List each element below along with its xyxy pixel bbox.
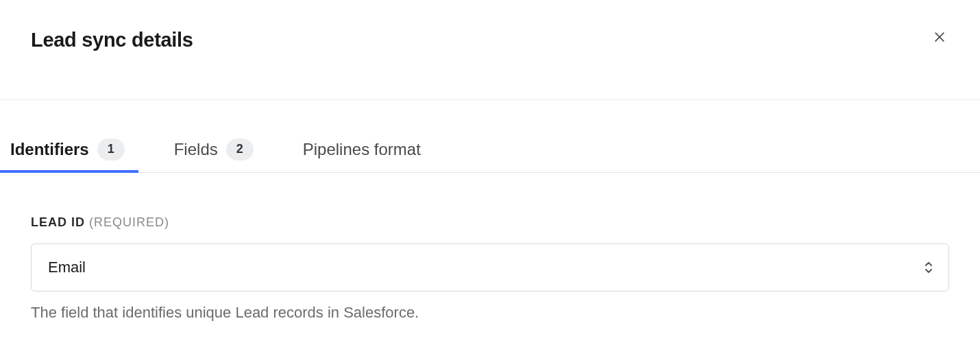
lead-id-select-value: Email bbox=[48, 259, 86, 276]
header-divider bbox=[0, 99, 980, 100]
tab-badge: 2 bbox=[226, 139, 254, 160]
header: Lead sync details bbox=[0, 0, 980, 51]
lead-id-select-wrapper: Email bbox=[31, 243, 949, 291]
tab-label: Fields bbox=[174, 140, 218, 159]
lead-id-helper: The field that identifies unique Lead re… bbox=[31, 304, 949, 322]
lead-id-label: LEAD ID (REQUIRED) bbox=[31, 215, 949, 230]
tab-fields[interactable]: Fields 2 bbox=[174, 126, 254, 172]
tab-label: Pipelines format bbox=[303, 140, 421, 159]
tab-label: Identifiers bbox=[10, 140, 89, 159]
content: LEAD ID (REQUIRED) Email The field that … bbox=[0, 173, 980, 322]
page-title: Lead sync details bbox=[31, 29, 193, 51]
tab-identifiers[interactable]: Identifiers 1 bbox=[10, 126, 125, 172]
lead-id-select[interactable]: Email bbox=[31, 243, 949, 291]
tab-pipelines-format[interactable]: Pipelines format bbox=[303, 126, 421, 172]
tabs: Identifiers 1 Fields 2 Pipelines format bbox=[0, 126, 980, 173]
lead-id-required: (REQUIRED) bbox=[89, 215, 169, 229]
close-icon bbox=[933, 30, 946, 46]
close-button[interactable] bbox=[930, 27, 949, 49]
lead-id-label-text: LEAD ID bbox=[31, 215, 85, 229]
tab-badge: 1 bbox=[97, 139, 125, 160]
